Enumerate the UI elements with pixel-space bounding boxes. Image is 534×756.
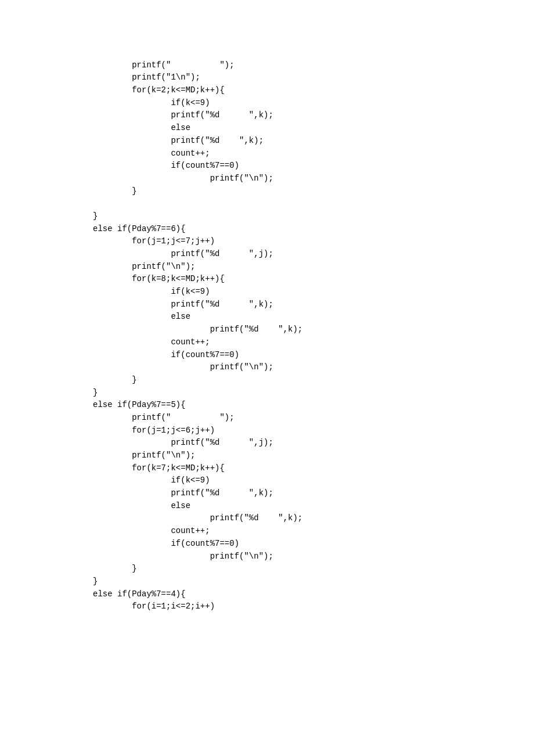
code-line: printf("%d ",k);: [93, 512, 534, 525]
code-line: if(count%7==0): [93, 538, 534, 550]
code-line: if(k<=9): [93, 286, 534, 298]
code-block: printf(" "); printf("1\n"); for(k=2;k<=M…: [0, 46, 534, 613]
code-line: count++;: [93, 525, 534, 538]
code-line: }: [93, 387, 534, 399]
code-line: printf("\n");: [93, 550, 534, 563]
code-line: if(k<=9): [93, 97, 534, 110]
code-line: for(k=2;k<=MD;k++){: [93, 84, 534, 97]
code-line: if(count%7==0): [93, 160, 534, 172]
code-line: for(j=1;j<=7;j++): [93, 235, 534, 248]
code-line: else if(Pday%7==6){: [93, 223, 534, 236]
code-line: for(j=1;j<=6;j++): [93, 424, 534, 437]
code-line: }: [93, 563, 534, 575]
code-line: printf("%d ",k);: [93, 487, 534, 500]
code-line: printf("1\n");: [93, 71, 534, 84]
code-line: for(k=7;k<=MD;k++){: [93, 462, 534, 475]
code-line: printf(" ");: [93, 59, 534, 72]
code-line: printf("%d ",k);: [93, 323, 534, 336]
code-line: }: [93, 374, 534, 387]
code-line: }: [93, 210, 534, 223]
code-line: printf("\n");: [93, 172, 534, 185]
code-line: if(count%7==0): [93, 349, 534, 362]
code-line: printf("\n");: [93, 361, 534, 374]
code-line: else if(Pday%7==5){: [93, 399, 534, 412]
code-line: for(i=1;i<=2;i++): [93, 600, 534, 613]
code-line: }: [93, 575, 534, 588]
code-line: printf("\n");: [93, 261, 534, 273]
code-line: printf("%d ",k);: [93, 109, 534, 122]
code-line: }: [93, 185, 534, 198]
code-line: printf("%d ",k);: [93, 298, 534, 311]
code-line: count++;: [93, 147, 534, 160]
code-line: else if(Pday%7==4){: [93, 588, 534, 601]
code-line: [93, 197, 534, 210]
code-line: if(k<=9): [93, 474, 534, 487]
code-line: printf(" ");: [93, 412, 534, 424]
code-line: count++;: [93, 336, 534, 349]
code-line: printf("%d ",k);: [93, 135, 534, 147]
code-line: else: [93, 311, 534, 323]
code-line: else: [93, 500, 534, 513]
code-line: for(k=8;k<=MD;k++){: [93, 273, 534, 286]
code-line: else: [93, 122, 534, 135]
code-line: printf("%d ",j);: [93, 248, 534, 261]
code-line: printf("%d ",j);: [93, 437, 534, 449]
code-line: printf("\n");: [93, 449, 534, 462]
